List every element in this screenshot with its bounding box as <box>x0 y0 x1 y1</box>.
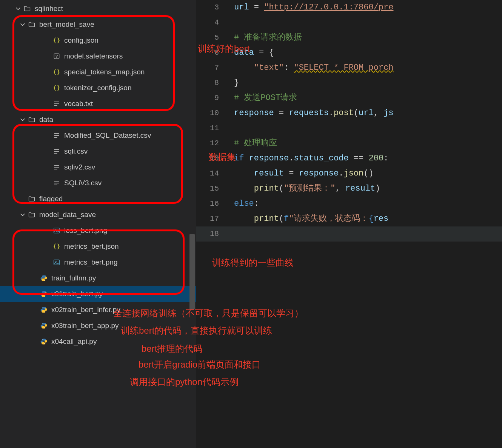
code-editor[interactable]: 3 4 5 6 7 8 9 10 11 12 13 14 15 16 17 18… <box>196 0 502 448</box>
python-file-icon <box>39 274 48 283</box>
csv-file-icon <box>52 179 61 188</box>
json-icon <box>52 83 61 92</box>
tree-file-x03train-bert-app[interactable]: x03train_bert_app.py <box>0 318 196 334</box>
file-label: x04call_api.py <box>51 337 97 346</box>
json-icon <box>52 36 61 45</box>
tree-folder-root[interactable]: sqlinhect <box>0 1 196 17</box>
text-file-icon <box>52 99 61 108</box>
tree-file[interactable]: tokenizer_config.json <box>0 80 196 96</box>
chevron-down-icon <box>19 21 26 28</box>
unknown-file-icon: ? <box>52 52 61 61</box>
file-label: x03train_bert_app.py <box>51 322 119 330</box>
file-label: special_tokens_map.json <box>64 68 145 76</box>
folder-label: sqlinhect <box>35 5 63 13</box>
tree-folder-model-data-save[interactable]: model_data_save <box>0 207 196 223</box>
file-label: sqli.csv <box>64 147 88 155</box>
json-icon <box>52 68 61 77</box>
file-label: Modified_SQL_Dataset.csv <box>64 131 151 140</box>
file-label: loss_bert.png <box>64 226 107 235</box>
file-label: metrics_bert.png <box>64 258 118 266</box>
svg-rect-19 <box>54 260 60 265</box>
tree-folder-flagged[interactable]: flagged <box>0 191 196 207</box>
folder-label: bert_model_save <box>39 20 94 29</box>
chevron-down-icon <box>14 5 22 12</box>
tree-folder-bert-model-save[interactable]: bert_model_save <box>0 17 196 32</box>
tree-file-train-fullnn[interactable]: train_fullnn.py <box>0 270 196 286</box>
svg-text:?: ? <box>55 54 58 59</box>
svg-point-28 <box>45 328 45 328</box>
csv-file-icon <box>52 147 61 156</box>
python-file-icon <box>39 305 48 314</box>
csv-file-icon <box>52 131 61 140</box>
folder-label: model_data_save <box>39 211 96 219</box>
file-tree: sqlinhect bert_model_save config.json ? … <box>0 0 196 349</box>
tree-file[interactable]: sqli.csv <box>0 143 196 159</box>
svg-point-29 <box>43 339 43 340</box>
svg-point-25 <box>43 308 43 308</box>
tree-file[interactable]: SQLiV3.csv <box>0 175 196 191</box>
file-label: train_fullnn.py <box>51 274 96 282</box>
tree-file-x02train-bert-infer[interactable]: x02train_bert_infer.py <box>0 302 196 318</box>
file-label: metrics_bert.json <box>64 242 119 251</box>
csv-file-icon <box>52 163 61 172</box>
json-icon <box>52 242 61 251</box>
tree-file[interactable]: sqliv2.csv <box>0 159 196 175</box>
file-label: sqliv2.csv <box>64 163 95 171</box>
svg-point-22 <box>45 280 45 281</box>
tree-file[interactable]: metrics_bert.png <box>0 254 196 270</box>
tree-file-x01train-bert[interactable]: x01train_bert.py <box>0 286 196 302</box>
tree-file-x04call-api[interactable]: x04call_api.py <box>0 334 196 349</box>
folder-icon <box>27 115 36 124</box>
file-label: config.json <box>64 36 99 45</box>
sidebar-scrollbar[interactable] <box>189 234 195 309</box>
python-file-icon <box>39 289 48 299</box>
svg-point-23 <box>43 292 43 293</box>
svg-point-27 <box>43 323 43 324</box>
folder-icon <box>27 20 36 29</box>
line-number-gutter: 3 4 5 6 7 8 9 10 11 12 13 14 15 16 17 18 <box>196 0 226 242</box>
svg-point-21 <box>43 276 43 277</box>
file-label: SQLiV3.csv <box>64 179 102 187</box>
folder-label: flagged <box>39 195 63 203</box>
chevron-down-icon <box>19 211 26 219</box>
image-file-icon <box>52 226 61 235</box>
file-label: x01train_bert.py <box>51 290 103 298</box>
svg-point-30 <box>45 343 45 344</box>
tree-file[interactable]: special_tokens_map.json <box>0 64 196 80</box>
svg-point-26 <box>45 312 45 313</box>
tree-file[interactable]: ? model.safetensors <box>0 48 196 64</box>
tree-file[interactable]: Modified_SQL_Dataset.csv <box>0 128 196 143</box>
svg-rect-17 <box>54 228 60 233</box>
code-content[interactable]: url = "http://127.0.0.1:7860/pre # 准备请求的… <box>234 0 502 242</box>
file-label: model.safetensors <box>64 52 123 60</box>
file-explorer-sidebar[interactable]: sqlinhect bert_model_save config.json ? … <box>0 0 196 448</box>
python-file-icon <box>39 337 48 346</box>
chevron-down-icon <box>19 116 26 123</box>
folder-icon <box>27 210 36 219</box>
svg-point-24 <box>45 296 45 297</box>
folder-icon <box>27 194 36 203</box>
folder-icon <box>23 4 32 13</box>
tree-file[interactable]: metrics_bert.json <box>0 239 196 254</box>
tree-file[interactable]: vocab.txt <box>0 96 196 112</box>
folder-label: data <box>39 115 53 124</box>
file-label: vocab.txt <box>64 100 93 108</box>
image-file-icon <box>52 258 61 267</box>
python-file-icon <box>39 321 48 330</box>
file-label: tokenizer_config.json <box>64 84 132 92</box>
tree-folder-data[interactable]: data <box>0 112 196 128</box>
tree-file[interactable]: config.json <box>0 32 196 48</box>
file-label: x02train_bert_infer.py <box>51 306 120 314</box>
tree-file[interactable]: loss_bert.png <box>0 223 196 239</box>
